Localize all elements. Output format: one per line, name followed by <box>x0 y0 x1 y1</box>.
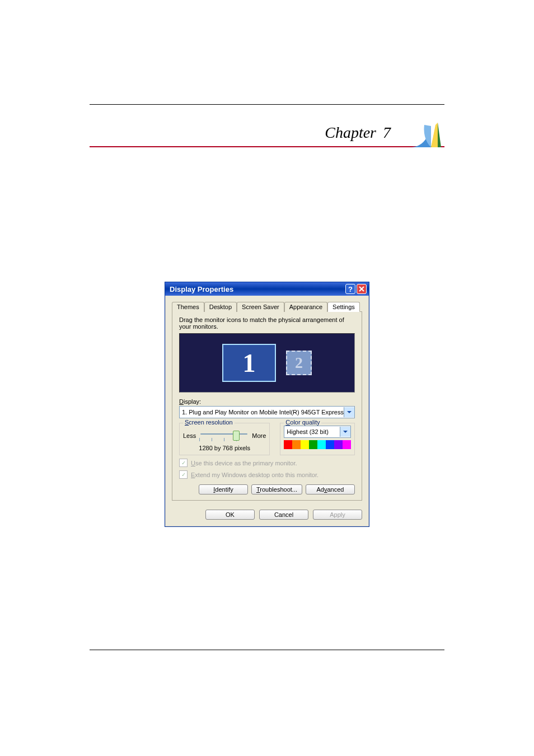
settings-panel: Drag the monitor icons to match the phys… <box>172 311 362 501</box>
top-rule <box>90 104 444 105</box>
cancel-button[interactable]: Cancel <box>259 510 308 520</box>
logo-icon <box>411 119 444 151</box>
dropdown-icon[interactable] <box>340 427 350 437</box>
identify-button[interactable]: Identify <box>199 484 248 494</box>
dropdown-icon[interactable] <box>344 407 354 417</box>
resolution-value: 1280 by 768 pixels <box>183 445 266 451</box>
monitor-2-icon[interactable]: 2 <box>286 351 312 375</box>
dialog-buttons: OK Cancel Apply <box>165 505 369 526</box>
chapter-header: Chapter 7 <box>90 124 444 147</box>
slider-thumb[interactable] <box>233 431 240 441</box>
tab-desktop[interactable]: Desktop <box>204 302 237 312</box>
screen-resolution-title: Screen resolution <box>183 419 235 426</box>
display-value: 1. Plug and Play Monitor on Mobile Intel… <box>180 409 344 416</box>
dialog-title: Display Properties <box>170 285 345 293</box>
arrangement-hint: Drag the monitor icons to match the phys… <box>179 316 355 330</box>
advanced-button[interactable]: Advanced <box>306 484 355 494</box>
extend-desktop-checkbox-row: ✓ Extend my Windows desktop onto this mo… <box>179 470 355 479</box>
screen-resolution-group: Screen resolution Less More 1280 by 768 … <box>179 423 270 455</box>
color-quality-group: Color quality Highest (32 bit) <box>280 423 355 455</box>
chapter-label: Chapter <box>325 124 376 141</box>
tab-settings[interactable]: Settings <box>327 302 360 312</box>
troubleshoot-button[interactable]: Troubleshoot... <box>251 484 302 494</box>
titlebar-buttons: ? <box>345 284 367 294</box>
ok-button[interactable]: OK <box>205 510 255 520</box>
display-properties-dialog: Display Properties ? Themes Desktop Scre… <box>165 282 369 527</box>
color-quality-value: Highest (32 bit) <box>284 428 340 435</box>
resolution-slider-row: Less More <box>183 429 266 442</box>
extend-desktop-label: Extend my Windows desktop onto this moni… <box>191 472 318 478</box>
slider-less-label: Less <box>183 432 196 439</box>
settings-row: Screen resolution Less More 1280 by 768 … <box>179 423 355 455</box>
monitor-arrangement[interactable]: 1 2 <box>179 333 355 393</box>
page: Chapter 7 Display Properties ? <box>0 104 534 756</box>
help-button[interactable]: ? <box>345 284 355 294</box>
tabstrip: Themes Desktop Screen Saver Appearance S… <box>165 296 369 311</box>
tab-appearance[interactable]: Appearance <box>284 302 327 312</box>
display-combobox[interactable]: 1. Plug and Play Monitor on Mobile Intel… <box>179 406 355 418</box>
dialog-container: Display Properties ? Themes Desktop Scre… <box>90 282 444 527</box>
chapter-number: 7 <box>383 124 391 141</box>
panel-buttons: Identify Troubleshoot... Advanced <box>179 484 355 494</box>
color-preview-bar <box>284 440 351 449</box>
resolution-slider[interactable] <box>199 429 249 442</box>
primary-monitor-checkbox: ✓ <box>179 459 188 467</box>
bottom-rule <box>90 650 444 650</box>
color-quality-title: Color quality <box>284 419 321 426</box>
extend-desktop-checkbox: ✓ <box>179 470 188 479</box>
slider-more-label: More <box>252 432 266 439</box>
close-button[interactable] <box>357 284 367 294</box>
primary-monitor-checkbox-row: ✓ Use this device as the primary monitor… <box>179 459 355 467</box>
tab-screensaver[interactable]: Screen Saver <box>237 302 284 312</box>
monitor-1-icon[interactable]: 1 <box>222 344 276 382</box>
display-label: Display: <box>179 398 355 405</box>
titlebar[interactable]: Display Properties ? <box>165 282 369 296</box>
color-quality-combobox[interactable]: Highest (32 bit) <box>284 426 351 438</box>
apply-button[interactable]: Apply <box>313 510 362 520</box>
primary-monitor-label: Use this device as the primary monitor. <box>191 460 297 466</box>
tab-themes[interactable]: Themes <box>172 302 204 312</box>
